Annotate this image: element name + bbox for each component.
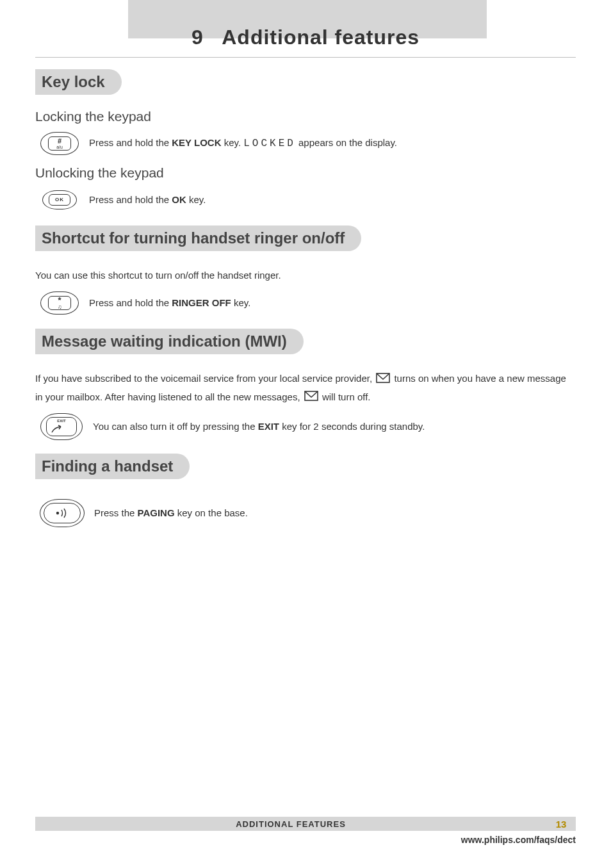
step-unlock-text: Press and hold the OK key. (89, 193, 576, 208)
lcd-locked-text: LOCKED (243, 138, 296, 149)
chapter-title: 9 Additional features (35, 26, 576, 49)
envelope-icon (304, 389, 318, 406)
section-heading-ringer: Shortcut for turning handset ringer on/o… (35, 225, 361, 251)
star-key-icon: * ♫ (39, 290, 80, 316)
mwi-paragraph: If you have subscribed to the voicemail … (35, 370, 576, 406)
footer-url: www.philips.com/faqs/dect (461, 835, 576, 845)
step-lock-text: Press and hold the KEY LOCK key. LOCKED … (89, 136, 576, 151)
section-heading-finding: Finding a handset (35, 454, 190, 479)
chapter-name: Additional features (222, 26, 420, 49)
step-paging: Press the PAGING key on the base. (39, 498, 576, 528)
subheading-locking: Locking the keypad (35, 109, 576, 124)
ok-key-icon: OK (39, 187, 80, 213)
svg-point-2 (56, 512, 59, 514)
step-mwi-exit: EXIT You can also turn it off by pressin… (39, 413, 576, 441)
paging-key-icon (39, 498, 85, 528)
page-content: 9 Additional features Key lock Locking t… (35, 26, 576, 537)
step-ringer: * ♫ Press and hold the RINGER OFF key. (39, 290, 576, 316)
exit-key-icon: EXIT (39, 413, 84, 441)
section-heading-mwi: Message waiting indication (MWI) (35, 329, 304, 354)
footer-bar: ADDITIONAL FEATURES 13 (35, 817, 576, 831)
footer-title: ADDITIONAL FEATURES (35, 819, 546, 829)
divider (35, 57, 576, 58)
step-paging-text: Press the PAGING key on the base. (94, 506, 576, 521)
page-number: 13 (546, 819, 576, 830)
step-ringer-text: Press and hold the RINGER OFF key. (89, 296, 576, 311)
step-mwi-text: You can also turn it off by pressing the… (93, 420, 576, 434)
envelope-icon (376, 371, 390, 388)
step-lock: # a/u Press and hold the KEY LOCK key. L… (39, 131, 576, 156)
step-unlock: OK Press and hold the OK key. (39, 187, 576, 213)
section-heading-keylock: Key lock (35, 69, 122, 95)
ringer-intro: You can use this shortcut to turn on/off… (35, 266, 576, 284)
hash-key-icon: # a/u (39, 131, 80, 156)
subheading-unlocking: Unlocking the keypad (35, 165, 576, 181)
paging-glyph-icon (53, 507, 72, 519)
chapter-number: 9 (191, 26, 204, 49)
